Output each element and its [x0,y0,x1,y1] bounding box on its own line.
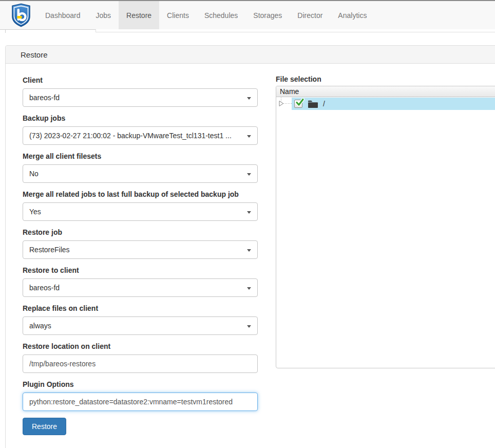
field-client: Client bareos-fd [23,76,258,107]
selected-node-highlight[interactable]: / [292,98,495,110]
plugin-options-label: Plugin Options [23,380,258,388]
field-restore-to-client: Restore to client bareos-fd [23,266,258,297]
nav-item-analytics[interactable]: Analytics [330,1,374,29]
tree-row-root[interactable]: / [276,98,495,110]
nav-item-restore[interactable]: Restore [119,1,159,29]
plugin-options-input[interactable] [23,393,258,411]
node-label: / [323,100,325,108]
restore-to-client-select[interactable]: bareos-fd [23,278,258,297]
nav-item-dashboard[interactable]: Dashboard [37,1,88,29]
checkbox-checked-icon[interactable] [294,100,302,108]
divider-tick [5,29,6,33]
caret-down-icon [247,287,251,290]
field-plugin-options: Plugin Options [23,380,258,411]
restore-location-input[interactable] [23,354,258,373]
merge-filesets-label: Merge all client filesets [23,152,258,160]
restore-to-client-label: Restore to client [23,266,258,274]
replace-files-label: Replace files on client [23,304,258,312]
field-replace-files: Replace files on client always [23,304,258,335]
caret-down-icon [247,173,251,176]
field-merge-filesets: Merge all client filesets No [23,152,258,183]
caret-down-icon [247,249,251,252]
merge-filesets-select[interactable]: No [23,164,258,183]
caret-down-icon [247,135,251,138]
field-merge-related-jobs: Merge all related jobs to last full back… [23,190,258,221]
navbar-divider-left [0,29,96,30]
backup-jobs-label: Backup jobs [23,114,258,122]
nav-item-storages[interactable]: Storages [245,1,290,29]
nav-item-clients[interactable]: Clients [159,1,197,29]
restore-location-label: Restore location on client [23,342,258,350]
merge-related-jobs-select[interactable]: Yes [23,202,258,221]
restore-job-select[interactable]: RestoreFiles [23,240,258,259]
tree-column-header[interactable]: Name [276,86,495,97]
folder-icon [308,100,318,108]
caret-down-icon [247,211,251,214]
nav-menu: Dashboard Jobs Restore Clients Schedules… [37,1,374,29]
restore-form: Client bareos-fd Backup jobs (73) 2023-0… [23,76,258,435]
client-select[interactable]: bareos-fd [23,88,258,107]
nav-item-jobs[interactable]: Jobs [88,1,119,29]
field-backup-jobs: Backup jobs (73) 2023-02-27 21:00:02 - b… [23,114,258,145]
restore-button[interactable]: Restore [23,418,66,435]
field-restore-location: Restore location on client [23,342,258,373]
merge-related-jobs-label: Merge all related jobs to last full back… [23,190,258,198]
field-restore-job: Restore job RestoreFiles [23,228,258,259]
replace-files-select[interactable]: always [23,316,258,335]
restore-job-label: Restore job [23,228,258,236]
file-selection-title: File selection [276,75,495,83]
panel-title: Restore [6,46,495,64]
expander-right-icon[interactable] [276,98,292,110]
client-label: Client [23,76,258,84]
top-navbar: Dashboard Jobs Restore Clients Schedules… [0,1,495,29]
caret-down-icon [247,325,251,328]
file-tree-table: Name [276,86,495,368]
caret-down-icon [247,97,251,100]
nav-item-director[interactable]: Director [290,1,330,29]
file-selection-panel: File selection Name [276,75,495,368]
nav-item-schedules[interactable]: Schedules [197,1,245,29]
backup-jobs-select[interactable]: (73) 2023-02-27 21:00:02 - backup-VMware… [23,126,258,145]
bareos-logo-icon[interactable] [11,3,31,27]
navbar-divider-right [96,32,495,32]
